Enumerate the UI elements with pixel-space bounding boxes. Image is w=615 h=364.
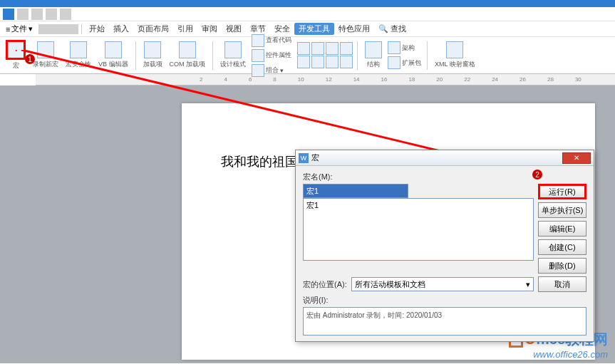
vb-label: VB 编辑器 (98, 60, 128, 69)
record-label: 录制新宏 (33, 60, 58, 69)
callout-1: 1 (25, 54, 35, 64)
tab-developer[interactable]: 开发工具 (294, 23, 334, 35)
design-mode-button[interactable]: 设计模式 (217, 40, 249, 71)
qat-print-icon[interactable] (60, 9, 71, 20)
vb-editor-button[interactable]: VB 编辑器 (95, 40, 131, 71)
code-icon (252, 34, 264, 47)
qat-redo-icon[interactable] (46, 9, 57, 20)
control-icon-5[interactable] (297, 56, 310, 68)
structure-icon (365, 41, 382, 58)
control-icon-7[interactable] (326, 56, 338, 68)
tab-page-layout[interactable]: 页面布局 (133, 24, 173, 34)
menu-bar: ≡ 文件 ▾ 开始 插入 页面布局 引用 审阅 视图 章节 安全 开发工具 特色… (0, 21, 615, 37)
callout-2: 2 (532, 170, 542, 180)
security-label: 宏安全性 (66, 60, 91, 69)
ctrl-prop-button[interactable]: 控件属性 (250, 48, 293, 63)
vb-icon (105, 41, 122, 58)
menu-doc-icon[interactable] (38, 24, 48, 34)
xml-icon (446, 41, 463, 58)
delete-button[interactable]: 删除(D) (538, 258, 586, 274)
chevron-down-icon: ▾ (29, 24, 33, 33)
macro-security-button[interactable]: 宏安全性 (63, 40, 94, 71)
expand-label: 扩展包 (402, 58, 421, 68)
design-label: 设计模式 (220, 60, 246, 69)
macro-button[interactable]: 宏 (3, 38, 29, 72)
security-icon (70, 41, 87, 58)
hamburger-icon: ≡ (6, 25, 10, 33)
addin-label: 加载项 (143, 60, 162, 69)
tab-search[interactable]: 🔍 查找 (374, 24, 410, 34)
control-icon-3[interactable] (326, 42, 338, 55)
schema-icon (388, 41, 400, 54)
prop-icon (252, 49, 264, 62)
control-icon-8[interactable] (340, 56, 353, 68)
control-icon-4[interactable] (340, 42, 353, 55)
design-icon (224, 41, 242, 58)
view-code-label: 查看代码 (266, 36, 291, 45)
control-icon-6[interactable] (311, 56, 324, 68)
xml-label: XML 映射窗格 (435, 60, 475, 69)
menu-preview-icon[interactable] (68, 24, 78, 34)
dialog-titlebar[interactable]: W 宏 ✕ (296, 150, 594, 166)
macro-list[interactable]: 宏1 (303, 198, 534, 261)
chevron-down-icon: ▾ (526, 280, 530, 289)
step-button[interactable]: 单步执行(S) (538, 202, 586, 218)
expand-icon (388, 56, 400, 69)
group-button[interactable]: 组合▾ (250, 63, 293, 78)
tab-home[interactable]: 开始 (85, 24, 109, 34)
macro-list-item[interactable]: 宏1 (306, 200, 530, 211)
file-label: 文件 (11, 24, 27, 34)
schema-label: 架构 (402, 43, 415, 53)
com-addin-icon (179, 41, 196, 58)
search-label: 查找 (391, 24, 406, 33)
control-icon-1[interactable] (297, 42, 310, 55)
qat-save-icon[interactable] (17, 9, 29, 20)
edit-button[interactable]: 编辑(E) (538, 221, 586, 236)
macro-name-input[interactable] (303, 184, 408, 198)
tab-references[interactable]: 引用 (173, 24, 197, 34)
quick-access-toolbar (0, 7, 615, 21)
tab-review[interactable]: 审阅 (197, 24, 222, 34)
macro-name-label: 宏名(M): (303, 172, 586, 182)
view-code-button[interactable]: 查看代码 (250, 33, 293, 48)
control-icon-2[interactable] (311, 42, 324, 55)
group-icon (252, 64, 264, 77)
structure-label: 结构 (367, 60, 380, 69)
close-button[interactable]: ✕ (562, 152, 591, 164)
tab-insert[interactable]: 插入 (109, 24, 133, 34)
tab-featured[interactable]: 特色应用 (334, 24, 374, 34)
dialog-app-icon: W (299, 153, 309, 163)
ruler: 24681012141618202224262830 (36, 74, 615, 85)
tab-view[interactable]: 视图 (222, 24, 246, 34)
group-label: 组合 (266, 66, 279, 75)
record-macro-button[interactable]: 录制新宏 (30, 40, 61, 71)
file-menu[interactable]: ≡ 文件 ▾ (0, 24, 38, 34)
menu-folder-icon[interactable] (48, 24, 58, 34)
qat-undo-icon[interactable] (31, 9, 43, 20)
desc-box: 宏由 Administrator 录制，时间: 2020/01/03 (303, 307, 586, 336)
menu-print-icon[interactable] (58, 24, 68, 34)
macro-icon (6, 40, 26, 60)
watermark-url: www.office26.com (509, 349, 608, 360)
create-button[interactable]: 创建(C) (538, 239, 586, 255)
addin-icon (144, 41, 161, 58)
ribbon: 宏 录制新宏 宏安全性 VB 编辑器 加载项 COM 加载项 设计模式 查看代码… (0, 37, 615, 74)
xml-map-button[interactable]: XML 映射窗格 (432, 40, 478, 71)
addin-button[interactable]: 加载项 (140, 40, 165, 71)
run-button[interactable]: 运行(R) (538, 184, 586, 199)
macro-dialog: W 宏 ✕ 2 宏名(M): 宏1 运行(R) 单步执行(S) 编辑(E) 创建… (295, 150, 594, 342)
cancel-button[interactable]: 取消 (538, 276, 586, 292)
expand-button[interactable]: 扩展包 (386, 56, 423, 70)
app-icon (3, 9, 14, 20)
ctrl-prop-label: 控件属性 (266, 51, 291, 60)
schema-button[interactable]: 架构 (386, 41, 423, 55)
com-addin-label: COM 加载项 (170, 60, 206, 69)
desc-label: 说明(I): (303, 295, 586, 306)
record-icon (37, 41, 54, 58)
structure-button[interactable]: 结构 (362, 40, 385, 71)
com-addin-button[interactable]: COM 加载项 (167, 40, 209, 71)
location-label: 宏的位置(A): (303, 279, 347, 290)
location-select[interactable]: 所有活动模板和文档 ▾ (351, 277, 534, 291)
dialog-title-text: 宏 (311, 152, 319, 163)
macro-label: 宏 (13, 61, 19, 71)
